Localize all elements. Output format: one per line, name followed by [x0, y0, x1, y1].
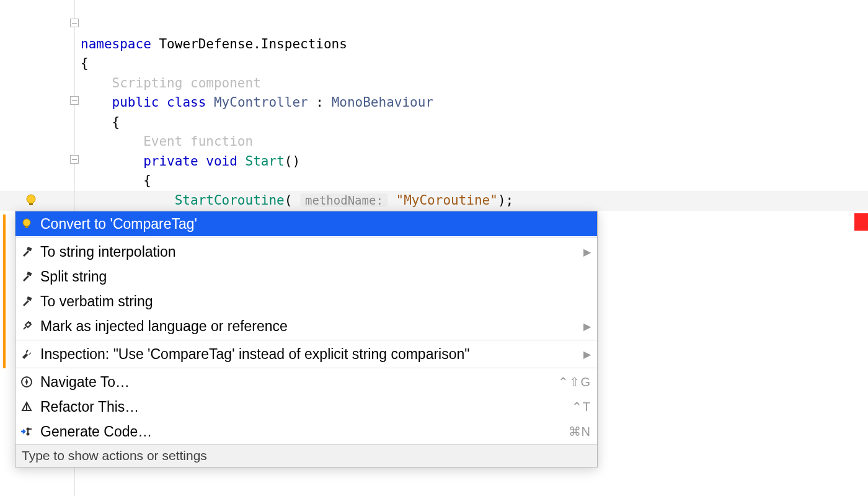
keyboard-shortcut: ⌃T — [572, 399, 591, 414]
keyword-namespace: namespace — [81, 37, 151, 51]
param-hint-methodname: methodName: — [300, 193, 388, 207]
fold-marker-namespace[interactable] — [70, 19, 79, 27]
generate-icon — [19, 426, 34, 437]
keyword-private: private — [143, 154, 198, 169]
keyword-class: class — [167, 95, 206, 110]
method-name-start: Start — [246, 154, 285, 169]
keyboard-shortcut: ⌘N — [569, 424, 591, 439]
svg-point-2 — [23, 219, 30, 226]
popup-item-label: Refactor This… — [40, 399, 565, 415]
popup-item[interactable]: Navigate To…⌃⇧G — [16, 370, 597, 394]
error-stripe-marker[interactable] — [854, 213, 868, 231]
keyword-void: void — [206, 154, 237, 169]
intention-bulb-icon[interactable] — [25, 193, 37, 207]
base-class: MonoBehaviour — [332, 95, 433, 110]
compass-icon — [19, 376, 34, 388]
popup-item[interactable]: Convert to 'CompareTag' — [16, 211, 597, 236]
fold-marker-class[interactable] — [70, 96, 79, 105]
refactor-icon — [19, 401, 34, 413]
popup-item[interactable]: Generate Code…⌘N — [16, 419, 597, 444]
popup-item-label: Inspection: "Use 'CompareTag' instead of… — [40, 346, 577, 363]
hammer-icon — [19, 246, 34, 258]
fold-marker-method[interactable] — [70, 155, 79, 164]
namespace-name: TowerDefense.Inspections — [159, 37, 347, 51]
svg-rect-3 — [25, 226, 29, 228]
chevron-right-icon: ▶ — [583, 321, 591, 332]
string-literal-mycoroutine: "MyCoroutine" — [396, 193, 498, 208]
keyword-public: public — [112, 95, 159, 110]
svg-point-10 — [27, 433, 30, 436]
popup-separator — [16, 237, 597, 238]
bulb-icon — [19, 218, 34, 230]
call-startcoroutine: StartCoroutine — [175, 193, 285, 208]
hammer-icon — [19, 270, 34, 283]
popup-item[interactable]: Inspection: "Use 'CompareTag' instead of… — [16, 342, 597, 366]
brace-open: { — [112, 115, 120, 130]
popup-item[interactable]: To string interpolation▶ — [16, 239, 597, 264]
popup-item[interactable]: Split string — [16, 264, 597, 289]
brace-open: { — [143, 173, 151, 188]
popup-item-label: Convert to 'CompareTag' — [40, 216, 591, 232]
popup-item-label: To verbatim string — [40, 293, 591, 310]
change-marker — [3, 215, 6, 368]
hammer-icon — [19, 295, 34, 308]
popup-item-label: Generate Code… — [40, 423, 562, 440]
svg-rect-5 — [27, 272, 32, 276]
popup-item-label: Navigate To… — [40, 374, 552, 391]
popup-item[interactable]: Refactor This…⌃T — [16, 394, 597, 419]
popup-item[interactable]: Mark as injected language or reference▶ — [16, 314, 597, 339]
popup-item[interactable]: To verbatim string — [16, 289, 597, 314]
popup-separator — [16, 340, 597, 340]
popup-item-label: Mark as injected language or reference — [40, 318, 577, 335]
chevron-right-icon: ▶ — [583, 348, 591, 360]
intention-actions-popup: Convert to 'CompareTag'To string interpo… — [15, 211, 598, 467]
popup-separator — [16, 368, 597, 368]
chevron-right-icon: ▶ — [583, 246, 591, 258]
popup-item-label: To string interpolation — [40, 244, 577, 260]
class-name: MyController — [214, 95, 308, 110]
svg-rect-4 — [27, 247, 32, 251]
svg-point-7 — [29, 322, 31, 324]
svg-rect-6 — [27, 296, 32, 301]
popup-footer-hint: Type to show actions or settings — [16, 444, 597, 467]
code-editor[interactable]: namespace TowerDefense.Inspections { Scr… — [81, 15, 513, 230]
pin-icon — [19, 320, 34, 332]
inlay-scripting-component: Scripting component — [112, 76, 261, 91]
wrench-icon — [19, 348, 34, 360]
svg-point-0 — [27, 195, 35, 203]
inlay-event-function: Event function — [143, 134, 253, 149]
keyboard-shortcut: ⌃⇧G — [558, 374, 591, 389]
brace-open: { — [81, 56, 89, 71]
popup-item-label: Split string — [40, 268, 591, 285]
